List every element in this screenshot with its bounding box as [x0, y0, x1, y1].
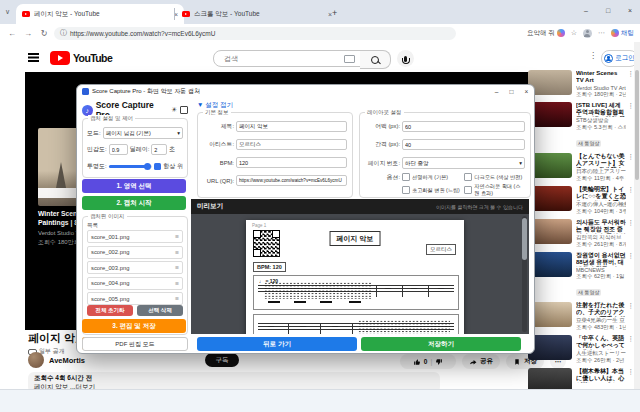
search-box[interactable] — [213, 50, 361, 67]
thumbs-down-icon[interactable] — [435, 358, 443, 366]
checkbox-icon[interactable] — [464, 186, 472, 194]
mode-select[interactable]: 페이지 넘김 (기본) ▾ — [103, 127, 183, 139]
always-on-top-checkbox[interactable] — [154, 163, 161, 170]
site-info-icon[interactable]: ⓘ — [60, 28, 67, 38]
youtube-logo[interactable]: YouTube — [50, 51, 112, 65]
related-video-item[interactable]: 【美輪明宏】トイレに○○を置くと恐ろしいほど金運UPする.. 不運の偉人~運の極… — [528, 186, 634, 215]
score-page-preview[interactable]: Page 1 페이지 악보 모르티스 BPM: 120 ♩ = 120 — [246, 220, 464, 334]
address-bar[interactable]: ⓘ https://www.youtube.com/watch?v=mcEv6L… — [54, 27, 456, 40]
window-minimize-button[interactable]: – — [578, 2, 594, 18]
drag-handle-icon[interactable]: ≡ — [175, 249, 179, 256]
option-checkbox-item[interactable]: 선명하게 (기본) — [402, 173, 460, 181]
artist-input[interactable] — [236, 139, 347, 150]
delete-selected-button[interactable]: 선택 삭제 — [137, 305, 183, 316]
voice-search-button[interactable] — [397, 50, 414, 67]
pin-window-icon[interactable] — [180, 106, 188, 114]
title-input[interactable] — [236, 121, 347, 132]
reset-all-button[interactable]: 전체 초기화 — [87, 305, 133, 316]
toolbar-more-icon[interactable]: ⋯ — [598, 29, 605, 37]
dialog-maximize-button[interactable]: □ — [504, 88, 519, 95]
bookmark-icon — [513, 358, 521, 366]
drag-handle-icon[interactable]: ≡ — [175, 280, 179, 287]
slider-knob[interactable] — [144, 163, 151, 170]
window-maximize-button[interactable]: □ — [600, 2, 616, 18]
related-videos-sidebar: Winter Scenes TV Art Screensaver | Vinta… — [528, 70, 634, 389]
new-tab-button[interactable]: + — [332, 8, 337, 18]
checkbox-icon[interactable] — [402, 186, 410, 194]
hamburger-menu-icon[interactable] — [28, 53, 39, 55]
checkbox-icon[interactable] — [402, 173, 410, 181]
barline — [402, 285, 403, 297]
copilot-summarize-button[interactable]: 요약해 줘 — [527, 29, 565, 38]
dialog-minimize-button[interactable]: – — [489, 88, 504, 95]
gap-input[interactable] — [402, 139, 525, 150]
related-video-item[interactable]: 의사들도 무서워하는 췌장암 전조 증상이 '이런' 증상 있다면 바로 병..… — [528, 219, 634, 248]
share-button[interactable]: 공유 — [462, 354, 500, 369]
option-label: 자연스러운 확대 (스캔 효과) — [474, 183, 522, 197]
browser-tab-inactive[interactable]: 스크롤 악보 - YouTube × — [176, 4, 338, 24]
go-back-button[interactable]: 뒤로 가기 — [197, 337, 357, 351]
captured-file-item[interactable]: score_002.png ≡ — [87, 246, 183, 259]
channel-name[interactable]: AveMortis — [49, 356, 85, 365]
option-checkbox-item[interactable]: 자연스러운 확대 (스캔 효과) — [464, 183, 522, 197]
start-capture-button[interactable]: 2. 캡처 시작 — [82, 196, 186, 210]
profile-avatar-icon[interactable] — [583, 29, 592, 38]
captured-file-item[interactable]: score_005.png ≡ — [87, 292, 183, 305]
related-video-item[interactable]: 【樹木希林】本当に優しい人は、心が苦しいときに「時雨.. ⋮ — [528, 368, 634, 389]
page-scrollbar-thumb[interactable] — [635, 70, 639, 180]
select-area-button[interactable]: 1. 영역 선택 — [82, 179, 186, 193]
option-checkbox-item[interactable]: 다크모드 (색상 반전) — [464, 173, 522, 181]
edge-copilot-chat-button[interactable]: 채팅 — [611, 29, 634, 38]
file-name: score_005.png — [91, 296, 129, 302]
dialog-close-button[interactable]: × — [519, 88, 534, 95]
subscribe-button[interactable]: 구독 — [205, 353, 239, 367]
channel-avatar[interactable] — [28, 352, 44, 368]
url-input[interactable] — [236, 175, 347, 186]
keyboard-icon[interactable] — [344, 55, 355, 63]
related-video-item[interactable]: 「中卒くん、英語で何かしゃべってみろよ」エリート部長に.. 人生逆転ストーリー … — [528, 335, 634, 364]
forward-icon[interactable]: → — [20, 29, 36, 38]
captured-file-item[interactable]: score_001.png ≡ — [87, 230, 183, 243]
browser-tab-active[interactable]: 페이지 악보 - YouTube × — [16, 4, 184, 24]
drag-handle-icon[interactable]: ≡ — [175, 295, 179, 302]
window-close-button[interactable]: × — [622, 2, 638, 18]
edit-and-save-button[interactable]: 3. 편집 및 저장 — [82, 319, 186, 333]
opacity-slider[interactable] — [109, 165, 153, 167]
preview-area[interactable]: Page 1 페이지 악보 모르티스 BPM: 120 ♩ = 120 — [191, 214, 529, 334]
pdf-edit-mode-button[interactable]: PDF 편집 모드 — [82, 337, 188, 351]
related-video-item[interactable]: Winter Scenes TV Art Screensaver | Vinta… — [528, 70, 634, 98]
drag-handle-icon[interactable]: ≡ — [175, 233, 179, 240]
thumbs-up-icon[interactable] — [413, 358, 421, 366]
related-video-item[interactable]: 【とんでもない美人アスリート】女子400m 学生陸上 日本の陸上アスリート 조회… — [528, 153, 634, 182]
back-icon[interactable]: ← — [4, 29, 20, 38]
login-button[interactable]: 로그인 — [601, 50, 638, 67]
like-dislike-pill[interactable]: 0 | — [400, 354, 456, 369]
option-checkbox-item[interactable]: 초고화질 변환 (느림) — [402, 183, 460, 197]
search-button[interactable] — [360, 50, 391, 69]
favorites-star-icon[interactable]: ☆ — [571, 29, 577, 37]
search-input[interactable] — [222, 54, 336, 63]
related-video-item[interactable]: [STB LIVE] 세계 주역과학융합협회 콜로키움 / 역학(易經)의 우주… — [528, 102, 634, 149]
delay-input[interactable] — [151, 144, 167, 155]
tab-search-chevron-icon[interactable]: ∨ — [5, 8, 10, 16]
related-video-item[interactable]: 注射を打たれた後の、子犬のリアクションが可愛すぎました 豆柴4兄弟の一生 豆・梅… — [528, 302, 634, 331]
related-video-item[interactable]: 장원영이 용서없던 88년생 유튜버, 대법원서 결국.. [뉴스.zip/MB… — [528, 252, 634, 298]
theme-toggle-icon[interactable]: ☀ — [171, 106, 177, 114]
page-number-select[interactable]: 하단 중앙 ▾ — [402, 157, 525, 169]
margin-input[interactable] — [402, 121, 525, 132]
video-thumbnail[interactable] — [528, 368, 572, 389]
captured-file-item[interactable]: score_004.png ≡ — [87, 277, 183, 290]
save-file-button[interactable]: 저장하기 — [361, 337, 521, 351]
header-kebab-icon[interactable]: ⋮ — [589, 51, 597, 60]
dialog-title-bar[interactable]: Score Capture Pro - 화면 악보 자동 캡처 – □ × — [77, 85, 534, 98]
painting-tree — [56, 162, 66, 188]
drag-handle-icon[interactable]: ≡ — [175, 264, 179, 271]
refresh-icon[interactable]: ↻ — [36, 29, 52, 38]
preview-scrollbar-thumb[interactable] — [522, 218, 527, 260]
share-label: 공유 — [480, 357, 493, 366]
sensitivity-input[interactable] — [109, 144, 128, 155]
checkbox-icon[interactable] — [464, 173, 472, 181]
bpm-input[interactable] — [236, 157, 347, 168]
capture-settings-group: 캡처 설정 및 제어 모드: 페이지 넘김 (기본) ▾ 민감도: 딜레이: 초… — [82, 118, 188, 178]
captured-file-item[interactable]: score_003.png ≡ — [87, 261, 183, 274]
